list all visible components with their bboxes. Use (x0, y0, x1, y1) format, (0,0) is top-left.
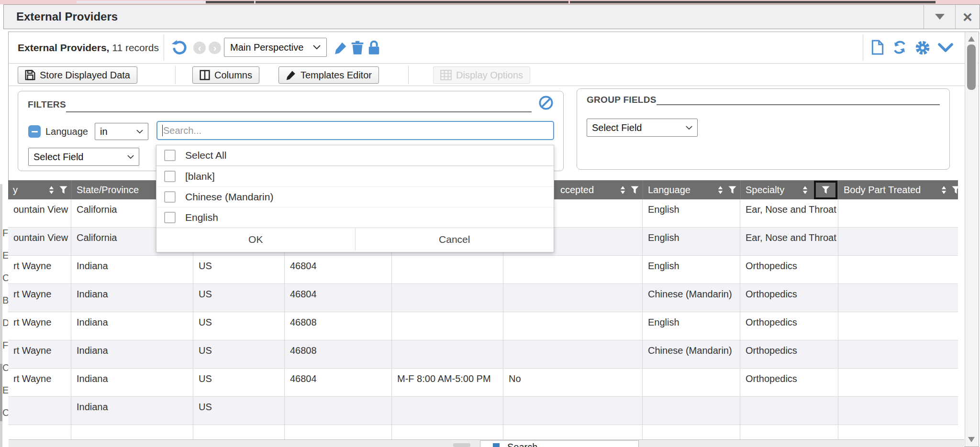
table-cell[interactable]: Ear, Nose and Throat (740, 228, 838, 256)
cancel-button[interactable]: Cancel (356, 228, 554, 251)
table-cell[interactable]: rt Wayne (8, 340, 71, 369)
table-cell[interactable]: English (643, 199, 740, 228)
table-cell[interactable] (838, 369, 958, 397)
table-cell[interactable]: Indiana (71, 312, 193, 340)
table-cell[interactable]: M-F 8:00 AM-5:00 PM (392, 369, 503, 397)
table-cell[interactable]: US (193, 369, 285, 397)
checkbox-icon[interactable] (164, 191, 176, 203)
remove-filter-button[interactable] (28, 125, 41, 138)
checkbox-icon[interactable] (164, 150, 176, 161)
ok-button[interactable]: OK (156, 228, 356, 251)
table-cell[interactable] (838, 284, 958, 312)
table-cell[interactable] (392, 284, 503, 312)
perspective-select[interactable]: Main Perspective (224, 38, 327, 57)
table-cell[interactable] (643, 369, 740, 397)
column-header-language[interactable]: Language (643, 180, 740, 199)
next-perspective-button[interactable]: › (209, 42, 221, 54)
table-cell[interactable]: 46808 (285, 312, 392, 340)
clear-filters-button[interactable] (538, 95, 554, 112)
table-cell[interactable]: English (643, 312, 740, 340)
checkbox-icon[interactable] (164, 212, 176, 223)
table-cell[interactable] (838, 340, 958, 369)
table-cell[interactable] (838, 397, 958, 425)
table-cell[interactable] (392, 340, 503, 369)
close-dialog-button[interactable]: × (955, 5, 980, 29)
undo-button[interactable] (171, 40, 188, 58)
refresh-button[interactable] (892, 40, 907, 56)
scroll-down-icon[interactable] (968, 437, 975, 442)
table-cell[interactable]: Indiana (71, 369, 193, 397)
search-popup-sliver[interactable]: Search (480, 440, 639, 447)
table-cell[interactable]: English (643, 228, 740, 256)
store-displayed-data-button[interactable]: Store Displayed Data (18, 66, 137, 84)
vertical-scrollbar[interactable] (965, 32, 978, 447)
table-cell[interactable] (392, 256, 503, 284)
table-cell[interactable]: 46808 (285, 340, 392, 369)
column-header-city[interactable]: y (8, 180, 71, 199)
table-cell[interactable] (8, 397, 71, 425)
table-cell[interactable]: Indiana (71, 340, 193, 369)
table-cell[interactable]: Indiana (71, 284, 193, 312)
filter-icon[interactable] (59, 186, 67, 194)
table-cell[interactable]: 46804 (285, 256, 392, 284)
table-cell[interactable]: rt Wayne (8, 312, 71, 340)
table-cell[interactable]: 46804 (285, 369, 392, 397)
table-cell[interactable]: Orthopedics (740, 312, 838, 340)
table-cell[interactable]: rt Wayne (8, 284, 71, 312)
sort-icon[interactable] (48, 185, 55, 195)
table-cell[interactable]: US (193, 340, 285, 369)
edit-perspective-button[interactable] (334, 41, 348, 57)
table-cell[interactable]: Ear, Nose and Throat (740, 199, 838, 228)
scrollbar-thumb[interactable] (967, 44, 976, 90)
filter-search-input[interactable]: Search... (156, 121, 554, 140)
templates-editor-button[interactable]: Templates Editor (278, 66, 379, 84)
table-cell[interactable]: US (193, 284, 285, 312)
table-cell[interactable]: Orthopedics (740, 284, 838, 312)
filter-icon[interactable] (631, 186, 639, 194)
table-cell[interactable]: rt Wayne (8, 369, 71, 397)
scroll-thumb-fragment[interactable] (453, 443, 470, 447)
table-cell[interactable]: US (193, 256, 285, 284)
table-cell[interactable]: 46804 (285, 284, 392, 312)
filter-icon[interactable] (822, 186, 830, 194)
group-field-select[interactable]: Select Field (587, 119, 698, 137)
table-cell[interactable] (838, 312, 958, 340)
table-cell[interactable]: No (503, 369, 643, 397)
table-cell[interactable]: Orthopedics (740, 256, 838, 284)
table-cell[interactable] (643, 397, 740, 425)
sort-icon[interactable] (717, 185, 724, 195)
column-header-specialty[interactable]: Specialty (740, 180, 838, 199)
scroll-up-icon[interactable] (968, 36, 975, 42)
table-cell[interactable]: Chinese (Mandarin) (643, 284, 740, 312)
table-cell[interactable] (838, 228, 958, 256)
table-cell[interactable]: rt Wayne (8, 256, 71, 284)
table-cell[interactable]: Indiana (71, 397, 193, 425)
table-cell[interactable] (392, 397, 503, 425)
collapse-toolbar-button[interactable] (938, 43, 953, 55)
sort-icon[interactable] (802, 185, 808, 195)
dropdown-option-blank[interactable]: [blank] (156, 166, 554, 186)
table-cell[interactable] (503, 340, 643, 369)
columns-button[interactable]: Columns (192, 66, 259, 84)
table-cell[interactable]: English (643, 256, 740, 284)
filter-icon[interactable] (728, 186, 736, 194)
table-cell[interactable]: Chinese (Mandarin) (643, 340, 740, 369)
table-cell[interactable]: Indiana (71, 256, 193, 284)
lock-perspective-button[interactable] (368, 40, 380, 57)
table-cell[interactable]: Orthopedics (740, 340, 838, 369)
table-cell[interactable] (503, 284, 643, 312)
previous-perspective-button[interactable]: ‹ (193, 42, 206, 54)
table-cell[interactable] (392, 312, 503, 340)
table-cell[interactable]: Orthopedics (740, 369, 838, 397)
dropdown-option-select-all[interactable]: Select All (156, 145, 554, 166)
checkbox-icon[interactable] (164, 171, 176, 182)
collapse-dialog-button[interactable] (924, 5, 956, 29)
table-cell[interactable]: US (193, 397, 285, 425)
dropdown-option-english[interactable]: English (156, 207, 554, 228)
table-cell[interactable] (838, 199, 958, 228)
table-cell[interactable] (285, 397, 392, 425)
table-cell[interactable]: ountain View (8, 199, 71, 228)
add-filter-field-select[interactable]: Select Field (28, 148, 139, 166)
delete-perspective-button[interactable] (351, 41, 364, 57)
table-cell[interactable] (503, 256, 643, 284)
